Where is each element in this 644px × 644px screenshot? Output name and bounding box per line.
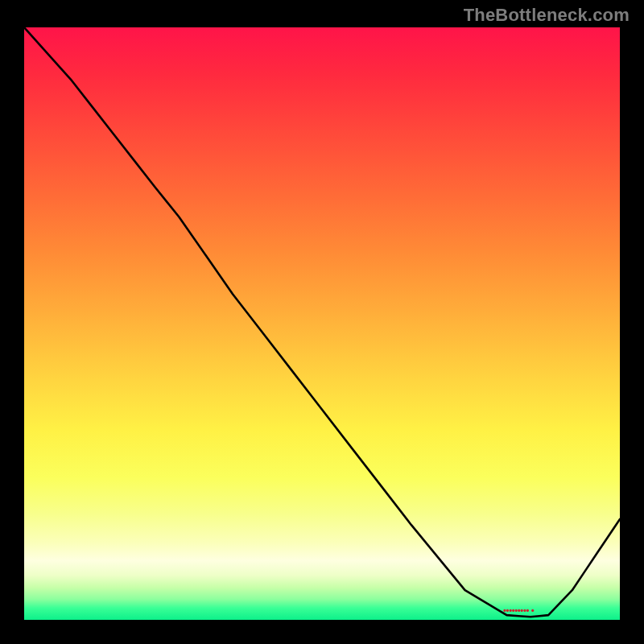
watermark-text: TheBottleneck.com bbox=[464, 5, 630, 26]
plot-area: ••••••••• • bbox=[24, 27, 620, 620]
line-chart-svg bbox=[24, 27, 620, 620]
chart-stage: TheBottleneck.com ••••••••• • bbox=[0, 0, 644, 644]
optimum-marker-label: ••••••••• • bbox=[503, 605, 534, 615]
bottleneck-curve bbox=[24, 27, 620, 617]
